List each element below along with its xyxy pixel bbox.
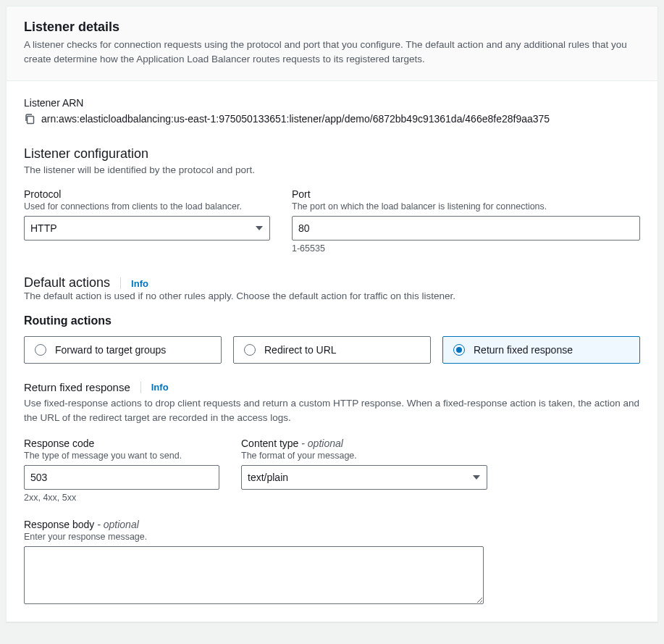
arn-value: arn:aws:elasticloadbalancing:us-east-1:9… <box>41 113 550 125</box>
response-code-constraint: 2xx, 4xx, 5xx <box>24 493 219 503</box>
listener-details-header: Listener details A listener checks for c… <box>7 7 657 81</box>
protocol-help: Used for connections from clients to the… <box>24 201 270 212</box>
content-type-help: The format of your message. <box>241 451 487 461</box>
content-type-label: Content type - optional <box>241 438 487 449</box>
protocol-label: Protocol <box>24 188 270 200</box>
routing-option-redirect[interactable]: Redirect to URL <box>233 336 431 364</box>
response-body-label: Response body - optional <box>24 519 640 530</box>
fixed-response-info-link[interactable]: Info <box>151 382 169 393</box>
radio-icon <box>453 344 465 356</box>
response-code-help: The type of message you want to send. <box>24 451 219 461</box>
routing-actions-title: Routing actions <box>24 314 640 327</box>
routing-option-fixed-label: Return fixed response <box>474 344 573 356</box>
response-code-input[interactable] <box>24 465 219 490</box>
port-constraint: 1-65535 <box>292 243 640 254</box>
routing-option-forward-label: Forward to target groups <box>55 344 166 356</box>
radio-icon <box>35 344 46 356</box>
page-title: Listener details <box>24 20 640 35</box>
page-description: A listener checks for connection request… <box>24 38 640 66</box>
divider <box>120 277 121 289</box>
copy-icon[interactable] <box>24 113 35 125</box>
fixed-response-desc: Use fixed-response actions to drop clien… <box>24 396 640 425</box>
default-actions-info-link[interactable]: Info <box>131 278 148 289</box>
protocol-select[interactable]: HTTP <box>24 216 270 241</box>
content-type-select[interactable]: text/plain <box>241 465 487 490</box>
default-actions-desc: The default action is used if no other r… <box>24 290 640 301</box>
svg-rect-0 <box>28 117 34 124</box>
listener-arn-section: Listener ARN arn:aws:elasticloadbalancin… <box>24 97 640 125</box>
routing-option-redirect-label: Redirect to URL <box>264 344 337 356</box>
response-body-textarea[interactable] <box>24 546 484 604</box>
fixed-response-title: Return fixed response <box>24 381 130 393</box>
response-code-label: Response code <box>24 438 219 449</box>
radio-icon <box>244 344 256 356</box>
arn-label: Listener ARN <box>24 97 640 109</box>
port-help: The port on which the load balancer is l… <box>292 201 640 212</box>
divider <box>140 382 141 393</box>
port-label: Port <box>292 188 640 200</box>
default-actions-title: Default actions <box>24 275 110 290</box>
routing-option-fixed-response[interactable]: Return fixed response <box>442 336 640 364</box>
listener-config-title: Listener configuration <box>24 146 640 162</box>
routing-option-forward[interactable]: Forward to target groups <box>24 336 222 364</box>
listener-config-desc: The listener will be identified by the p… <box>24 164 640 175</box>
port-input[interactable] <box>292 216 640 241</box>
response-body-help: Enter your response message. <box>24 532 640 542</box>
